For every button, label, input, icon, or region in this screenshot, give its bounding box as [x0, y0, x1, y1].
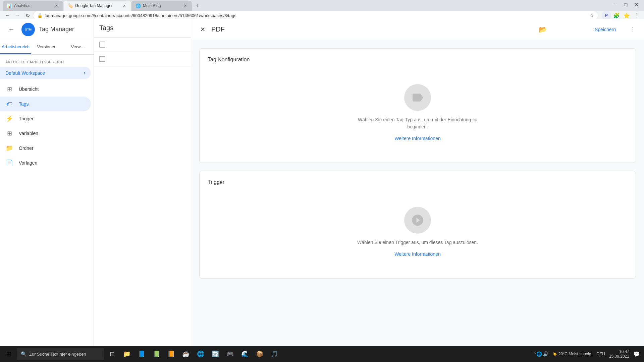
nav-item-folder[interactable]: 📁 Ordner — [0, 141, 91, 156]
browser-chrome: 📊 Analytics ✕ 🏷️ Google Tag Manager ✕ 🌐 … — [0, 0, 644, 19]
nav-label-trigger: Trigger — [19, 116, 34, 121]
tab-favicon-blog: 🌐 — [136, 3, 141, 8]
taskbar-icon-game[interactable]: 🎮 — [223, 347, 237, 361]
taskbar-icon-powerpoint[interactable]: 📙 — [164, 347, 178, 361]
window-controls: ─ □ ✕ — [610, 0, 641, 11]
nav-item-variables[interactable]: ⊞ Variablen — [0, 126, 91, 141]
taskbar-icon-word[interactable]: 📘 — [134, 347, 149, 361]
app-name: Tag Manager — [39, 26, 74, 33]
taskbar-language[interactable]: DEU — [595, 352, 606, 356]
main-content-area: Tags ✕ 📂 Speichern ⋮ — [94, 19, 644, 346]
tag-row-1[interactable] — [94, 38, 191, 52]
app-logo: GTM — [21, 23, 35, 36]
taskbar-search[interactable]: 🔍 Zur Suche Text hier eingeben — [17, 348, 104, 360]
lock-icon: 🔒 — [37, 13, 43, 18]
taskbar-icon-chrome[interactable]: 🌐 — [193, 347, 208, 361]
tab-title-tagmanager: Google Tag Manager — [75, 3, 119, 8]
tag-config-card: Tag-Konfiguration Wählen Sie einen Tag-T… — [199, 48, 636, 163]
tag-config-placeholder-icon[interactable] — [404, 84, 431, 111]
tag-config-placeholder-text: Wählen Sie einen Tag-Typ aus, um mit der… — [351, 116, 485, 130]
start-button[interactable]: ⊞ — [1, 347, 16, 361]
trigger-placeholder-text: Wählen Sie einen Trigger aus, um dieses … — [357, 239, 478, 246]
sidebar-back-button[interactable]: ← — [5, 23, 17, 36]
star-icon[interactable]: ☆ — [590, 13, 594, 18]
tab-tagmanager[interactable]: 🏷️ Google Tag Manager ✕ — [64, 1, 131, 11]
nav-label-tags: Tags — [19, 101, 29, 107]
new-tag-panel: ✕ 📂 Speichern ⋮ Tag-Konfiguration — [191, 19, 644, 346]
new-tag-header: ✕ 📂 Speichern ⋮ — [191, 19, 644, 40]
tray-sound-icon[interactable]: 🔊 — [543, 351, 548, 357]
taskbar-time-date[interactable]: 10:47 15.09.2021 — [608, 349, 631, 359]
tray-chevron[interactable]: ^ — [534, 352, 536, 356]
taskbar-icon-edge[interactable]: 🌊 — [237, 347, 252, 361]
maximize-button[interactable]: □ — [621, 0, 631, 9]
tag-name-input[interactable] — [211, 25, 534, 33]
taskbar-icon-refresh[interactable]: 🔄 — [208, 347, 223, 361]
taskbar-icon-excel[interactable]: 📗 — [149, 347, 164, 361]
add-to-folder-button[interactable]: 📂 — [537, 23, 549, 36]
overview-icon: ⊞ — [5, 85, 13, 93]
tab-title-blog: Mein Blog — [143, 3, 180, 8]
trigger-more-info-link[interactable]: Weitere Informationen — [394, 251, 440, 257]
templates-icon: 📄 — [5, 159, 13, 167]
app-layout: ← GTM Tag Manager Arbeitsbereich Version… — [0, 19, 644, 346]
taskbar: ⊞ 🔍 Zur Suche Text hier eingeben ⊟ 📁 📘 📗… — [0, 346, 644, 362]
notification-button[interactable]: 💬 — [632, 349, 641, 359]
tab-close-analytics[interactable]: ✕ — [54, 3, 59, 8]
url-text: tagmanager.google.com/#container/account… — [45, 13, 590, 18]
close-tag-button[interactable]: ✕ — [197, 23, 209, 36]
tab-close-tagmanager[interactable]: ✕ — [121, 3, 127, 8]
system-tray: ^ 🌐 🔊 ☀️ 20°C Meist sonnig DEU 10:47 15.… — [532, 349, 643, 359]
tab-versionen[interactable]: Versionen — [31, 40, 62, 54]
weather-icon: ☀️ — [552, 352, 557, 356]
taskbar-icon-file-explorer[interactable]: 📁 — [119, 347, 134, 361]
workspace-item[interactable]: Default Workspace › — [0, 67, 91, 79]
variables-icon: ⊞ — [5, 129, 13, 137]
trigger-placeholder-icon[interactable] — [404, 207, 431, 234]
nav-item-overview[interactable]: ⊞ Übersicht — [0, 82, 91, 97]
nav-label-variables: Variablen — [19, 131, 38, 136]
tab-verwaltung[interactable]: Verw… — [62, 40, 94, 54]
tag-config-placeholder-area: Wählen Sie einen Tag-Typ aus, um mit der… — [208, 71, 628, 155]
taskbar-date: 15.09.2021 — [609, 354, 629, 359]
tag-config-more-info-link[interactable]: Weitere Informationen — [394, 136, 440, 141]
sidebar-header: ← GTM Tag Manager — [0, 19, 94, 40]
minimize-button[interactable]: ─ — [610, 0, 620, 9]
folder-icon: 📁 — [5, 144, 13, 152]
tray-network-icon[interactable]: 🌐 — [536, 351, 542, 357]
tab-bar: 📊 Analytics ✕ 🏷️ Google Tag Manager ✕ 🌐 … — [0, 0, 644, 11]
tags-icon: 🏷 — [5, 100, 13, 108]
nav-item-templates[interactable]: 📄 Vorlagen — [0, 156, 91, 170]
taskbar-icon-app1[interactable]: ☕ — [178, 347, 193, 361]
taskbar-search-icon: 🔍 — [21, 351, 26, 357]
tab-arbeitsbereich[interactable]: Arbeitsbereich — [0, 40, 31, 54]
tab-blog[interactable]: 🌐 Mein Blog ✕ — [131, 1, 192, 11]
close-window-button[interactable]: ✕ — [632, 0, 641, 9]
save-button[interactable]: Speichern — [587, 24, 624, 35]
new-tab-button[interactable]: + — [193, 1, 202, 11]
tab-close-blog[interactable]: ✕ — [182, 3, 188, 8]
nav-item-tags[interactable]: 🏷 Tags — [0, 97, 91, 111]
tag-config-title: Tag-Konfiguration — [208, 57, 628, 63]
taskbar-search-text: Zur Suche Text hier eingeben — [29, 352, 86, 357]
tag-row-2[interactable] — [94, 52, 191, 66]
taskbar-icon-task-view[interactable]: ⊟ — [105, 347, 119, 361]
tab-favicon-analytics: 📊 — [7, 3, 12, 8]
workspace-chevron-icon: › — [84, 69, 86, 76]
trigger-icon: ⚡ — [5, 115, 13, 123]
sidebar-section-label: AKTUELLER ARBEITSBEREICH — [0, 55, 94, 67]
more-options-button[interactable]: ⋮ — [627, 23, 639, 36]
tab-analytics[interactable]: 📊 Analytics ✕ — [3, 1, 63, 11]
tab-favicon-tagmanager: 🏷️ — [68, 3, 73, 8]
taskbar-icon-spotify[interactable]: 🎵 — [267, 347, 282, 361]
trigger-placeholder-area: Wählen Sie einen Trigger aus, um dieses … — [208, 193, 628, 270]
tag-checkbox-1[interactable] — [99, 42, 105, 48]
tag-checkbox-2[interactable] — [99, 56, 105, 62]
taskbar-icon-store[interactable]: 📦 — [252, 347, 267, 361]
tags-panel-header: Tags — [94, 19, 191, 38]
taskbar-weather[interactable]: ☀️ 20°C Meist sonnig — [550, 352, 594, 356]
nav-item-trigger[interactable]: ⚡ Trigger — [0, 111, 91, 126]
tag-content: Tag-Konfiguration Wählen Sie einen Tag-T… — [191, 40, 644, 346]
nav-label-overview: Übersicht — [19, 86, 39, 92]
tab-title-analytics: Analytics — [14, 3, 52, 8]
